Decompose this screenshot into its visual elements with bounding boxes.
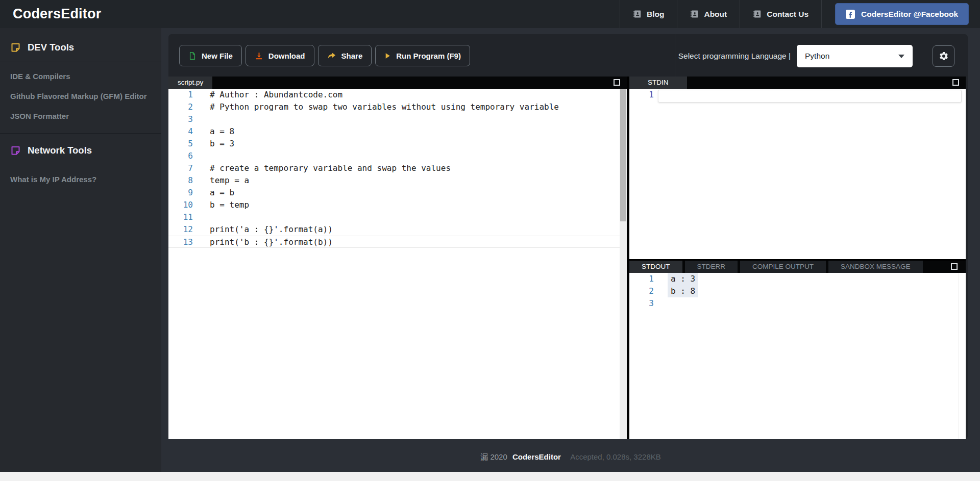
facebook-button[interactable]: CodersEditor @Facebook <box>835 3 969 25</box>
code-line[interactable]: 1 # Author : Abundantcode.com <box>168 89 627 101</box>
facebook-wrap: CodersEditor @Facebook <box>821 0 980 28</box>
chevron-down-icon <box>898 55 904 58</box>
nav-link-label: Blog <box>647 10 664 19</box>
code-line[interactable]: 6 <box>168 150 627 162</box>
nav-link[interactable]: About <box>677 0 740 28</box>
code-line[interactable]: 7 # create a temporary variable and swap… <box>168 162 627 174</box>
stdin-input[interactable] <box>658 90 962 103</box>
output-tab[interactable]: STDERR <box>685 261 738 273</box>
code-text: print('b : {}'.format(b)) <box>210 236 333 247</box>
line-number: 3 <box>168 113 193 125</box>
toolbar: New File Download Share <box>179 45 470 66</box>
dev-tools-list: IDE & Compilers Github Flavored Markup (… <box>0 62 161 133</box>
scrollbar-thumb[interactable] <box>620 89 626 221</box>
sidebar-item[interactable]: JSON Formatter <box>0 106 161 126</box>
sidebar-item[interactable]: Github Flavored Markup (GFM) Editor <box>0 86 161 106</box>
address-book-icon <box>753 10 762 18</box>
line-number: 8 <box>168 174 193 187</box>
line-number: 6 <box>168 150 193 162</box>
main-content-card: New File Download Share <box>168 34 968 439</box>
expand-icon[interactable] <box>951 263 958 270</box>
note-icon <box>10 42 21 53</box>
share-button[interactable]: Share <box>318 45 372 66</box>
stdin-header: STDIN <box>629 77 966 89</box>
footer-brand: CodersEditor <box>512 452 561 461</box>
run-status: Accepted, 0.028s, 3228KB <box>570 452 661 461</box>
output-header: STDOUT STDERR COMPILE OUTPUT SANDBOX MES… <box>629 261 966 273</box>
address-book-icon <box>633 10 642 18</box>
stdout-panel: 1 a : 3 2 b : 8 3 <box>629 273 966 439</box>
code-text: b = 3 <box>210 138 234 150</box>
editor-file-tab[interactable]: script.py <box>168 77 212 89</box>
navbar-links: Blog About <box>620 0 980 28</box>
output-text: b : 8 <box>668 285 698 297</box>
download-button[interactable]: Download <box>246 45 314 66</box>
facebook-icon <box>846 10 855 19</box>
editor-header: script.py <box>168 77 627 89</box>
code-line[interactable]: 5 b = 3 <box>168 138 627 150</box>
stdin-tab[interactable]: STDIN <box>629 77 687 89</box>
line-number: 2 <box>168 101 193 113</box>
line-number: 10 <box>168 199 193 211</box>
play-icon <box>384 53 391 59</box>
sidebar-item[interactable]: What is My IP Address? <box>0 169 161 189</box>
nav-link[interactable]: Blog <box>620 0 677 28</box>
share-icon <box>327 51 336 60</box>
divider <box>675 34 675 77</box>
code-text: a = 8 <box>210 125 234 138</box>
code-line[interactable]: 10 b = temp <box>168 199 627 211</box>
line-number: 4 <box>168 125 193 138</box>
language-selected-value: Python <box>805 52 829 61</box>
sidebar-section-dev-tools: DEV Tools <box>0 28 161 62</box>
settings-button[interactable] <box>933 45 954 67</box>
button-label: New File <box>202 52 233 60</box>
code-editor[interactable]: 1 # Author : Abundantcode.com 2 # Python… <box>168 89 627 439</box>
code-text: b = temp <box>210 199 249 211</box>
code-line[interactable]: 11 <box>168 211 627 223</box>
code-line[interactable]: 12 print('a : {}'.format(a)) <box>168 223 627 236</box>
expand-icon[interactable] <box>614 79 620 86</box>
section-title: DEV Tools <box>28 42 74 53</box>
output-tab[interactable]: SANDBOX MESSAGE <box>828 261 923 273</box>
expand-icon[interactable] <box>952 79 959 86</box>
output-line: 3 <box>629 297 966 310</box>
address-book-icon <box>690 10 699 18</box>
network-tools-list: What is My IP Address? <box>0 165 161 196</box>
sidebar-item[interactable]: IDE & Compilers <box>0 66 161 86</box>
language-select[interactable]: Python <box>797 45 913 67</box>
output-tab[interactable]: COMPILE OUTPUT <box>740 261 826 273</box>
output-scrollbar[interactable] <box>959 273 963 439</box>
code-line[interactable]: 2 # Python program to swap two variables… <box>168 101 627 113</box>
new-file-icon <box>188 52 197 60</box>
code-text: a = b <box>210 187 234 199</box>
line-number: 12 <box>168 223 193 236</box>
code-text: print('a : {}'.format(a)) <box>210 223 333 236</box>
line-number: 3 <box>629 297 654 310</box>
copyright-text: 漏 2020 <box>480 452 507 461</box>
nav-link-label: About <box>704 10 727 19</box>
code-line[interactable]: 4 a = 8 <box>168 125 627 138</box>
note-icon <box>10 145 21 156</box>
gear-icon <box>939 51 949 61</box>
editor-scrollbar[interactable] <box>620 89 627 439</box>
code-line[interactable]: 9 a = b <box>168 187 627 199</box>
new-file-button[interactable]: New File <box>179 45 242 66</box>
brand-logo[interactable]: CodersEditor <box>13 0 101 28</box>
code-text: # Python program to swap two variables w… <box>210 101 559 113</box>
line-number: 1 <box>629 89 654 101</box>
code-text: # Author : Abundantcode.com <box>210 89 342 101</box>
line-number: 9 <box>168 187 193 199</box>
button-label: Download <box>268 52 305 60</box>
code-line[interactable]: 3 <box>168 113 627 125</box>
output-tab[interactable]: STDOUT <box>629 261 682 273</box>
nav-link[interactable]: Contact Us <box>740 0 821 28</box>
stdin-panel[interactable]: 1 <box>629 89 966 259</box>
code-line[interactable]: 8 temp = a <box>168 174 627 187</box>
code-text: # create a temporary variable and swap t… <box>210 162 451 174</box>
line-number: 2 <box>629 285 654 297</box>
top-navbar: CodersEditor Blog <box>0 0 980 28</box>
run-program-button[interactable]: Run Program (F9) <box>375 45 470 66</box>
code-line[interactable]: 13 print('b : {}'.format(b)) <box>168 236 627 248</box>
horizontal-scrollbar[interactable] <box>0 472 980 481</box>
download-icon <box>255 52 263 60</box>
